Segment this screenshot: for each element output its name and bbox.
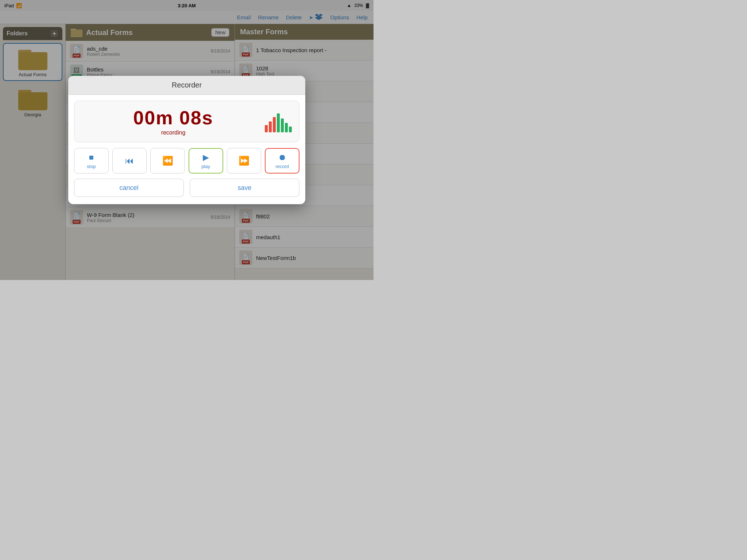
recorder-controls: ■ stop ⏮ ⏪ ▶ play ⏩ ⏺ record <box>74 148 299 174</box>
recorder-status: recording <box>161 129 186 136</box>
recorder-display: 00m 08s recording <box>74 101 299 142</box>
level-bar-4 <box>277 113 280 132</box>
recorder-actions: cancel save <box>74 179 299 197</box>
level-bar-6 <box>285 123 288 132</box>
recorder-title: Recorder <box>172 81 202 89</box>
play-label: play <box>201 164 210 169</box>
level-bar-1 <box>265 125 268 132</box>
recorder-time: 00m 08s <box>133 107 213 129</box>
fast-forward-button[interactable]: ⏩ <box>227 148 262 174</box>
play-icon: ▶ <box>203 153 209 162</box>
level-bar-3 <box>273 117 276 132</box>
modal-backdrop: Recorder 00m 08s recording ■ stop <box>0 0 374 280</box>
stop-label: stop <box>87 164 96 169</box>
recorder-modal: Recorder 00m 08s recording ■ stop <box>68 76 305 204</box>
rewind-button[interactable]: ⏪ <box>150 148 185 174</box>
stop-button[interactable]: ■ stop <box>74 148 109 174</box>
level-bar-2 <box>269 121 272 132</box>
record-label: record <box>275 164 289 169</box>
rewind-start-button[interactable]: ⏮ <box>112 148 147 174</box>
level-bar-5 <box>281 118 284 132</box>
cancel-button[interactable]: cancel <box>74 179 184 197</box>
rewind-icon: ⏪ <box>162 156 173 166</box>
stop-icon: ■ <box>89 153 94 162</box>
play-button[interactable]: ▶ play <box>189 148 223 174</box>
recorder-time-section: 00m 08s recording <box>82 107 265 136</box>
record-icon: ⏺ <box>278 153 286 162</box>
fast-forward-icon: ⏩ <box>239 156 249 166</box>
rewind-start-icon: ⏮ <box>125 156 134 166</box>
save-button[interactable]: save <box>190 179 299 197</box>
record-button[interactable]: ⏺ record <box>265 148 299 174</box>
level-bar-7 <box>289 127 292 132</box>
recorder-title-bar: Recorder <box>68 76 305 95</box>
level-meter <box>265 110 292 132</box>
